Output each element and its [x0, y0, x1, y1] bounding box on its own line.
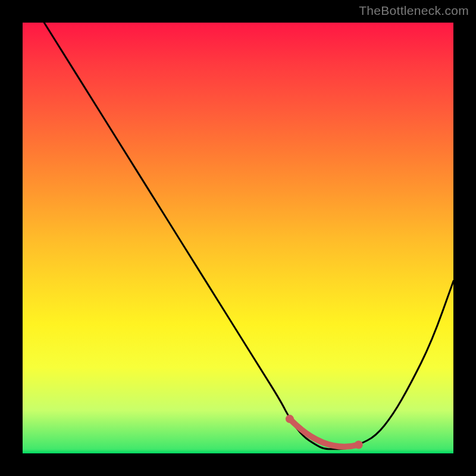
watermark-label: TheBottleneck.com: [359, 4, 469, 18]
optimal-range-end-dot: [355, 441, 363, 449]
bottleneck-curve: [44, 23, 453, 449]
bottleneck-curve-svg: [23, 23, 453, 453]
optimal-range-start-dot: [286, 415, 294, 423]
chart-frame: TheBottleneck.com: [0, 0, 476, 476]
plot-area: [23, 23, 453, 453]
